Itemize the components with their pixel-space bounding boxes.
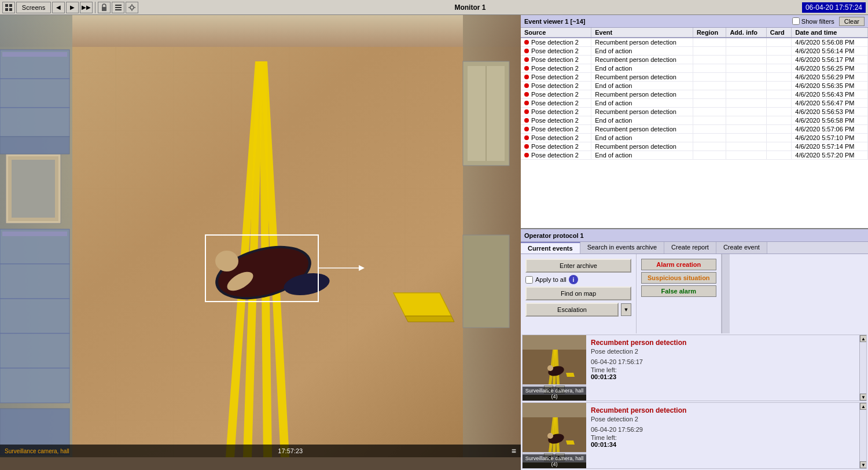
last-button[interactable]: ▶▶ <box>80 2 93 13</box>
next-button[interactable]: ▶ <box>66 2 79 13</box>
cell-event: End of action <box>591 64 693 73</box>
table-row[interactable]: Pose detection 2 End of action 4/6/2020 … <box>521 47 868 56</box>
col-datetime: Date and time <box>792 28 868 38</box>
cell-event: End of action <box>591 151 693 160</box>
table-row[interactable]: Pose detection 2 End of action 4/6/2020 … <box>521 99 868 108</box>
cell-region <box>693 99 726 108</box>
show-filters-label[interactable]: Show filters <box>792 17 834 25</box>
table-row[interactable]: Pose detection 2 End of action 4/6/2020 … <box>521 116 868 125</box>
cell-add-info <box>726 47 766 56</box>
cell-source: Pose detection 2 <box>521 108 591 116</box>
cell-region <box>693 73 726 82</box>
menu-icon[interactable]: ≡ <box>512 446 516 456</box>
svg-rect-27 <box>0 108 69 137</box>
table-row[interactable]: Pose detection 2 End of action 4/6/2020 … <box>521 151 868 160</box>
home-button[interactable] <box>2 2 15 13</box>
info-icon[interactable]: i <box>569 275 578 284</box>
col-event: Event <box>591 28 693 38</box>
scroll-down-button[interactable]: ▼ <box>860 461 867 468</box>
alarm-card: Surveillance camera, hall (4) ◀ ▶ Recumb… <box>522 335 867 401</box>
table-row[interactable]: Pose detection 2 Recumbent person detect… <box>521 38 868 47</box>
screens-button[interactable]: Screens <box>16 2 51 13</box>
prev-button[interactable]: ◀ <box>52 2 65 13</box>
cell-datetime: 4/6/2020 5:56:29 PM <box>792 73 868 82</box>
cell-source: Pose detection 2 <box>521 151 591 160</box>
alarm-card-timeleft: Time left: <box>591 434 855 441</box>
scroll-down-button[interactable]: ▼ <box>860 394 867 401</box>
tab-create-event[interactable]: Create event <box>716 242 767 254</box>
table-row[interactable]: Pose detection 2 Recumbent person detect… <box>521 125 868 134</box>
scroll-up-button[interactable]: ▲ <box>860 403 867 410</box>
cell-add-info <box>726 108 766 116</box>
alarm-cards-container: Surveillance camera, hall (4) ◀ ▶ Recumb… <box>521 333 868 470</box>
apply-to-all-row: Apply to all i <box>525 275 631 284</box>
cell-source: Pose detection 2 <box>521 82 591 90</box>
svg-marker-78 <box>566 440 575 445</box>
alarm-creation-button[interactable]: Alarm creation <box>641 259 716 270</box>
cell-event: End of action <box>591 99 693 108</box>
alarm-card-title: Recumbent person detection <box>591 339 855 347</box>
svg-rect-26 <box>0 79 69 108</box>
cell-datetime: 4/6/2020 5:56:53 PM <box>792 108 868 116</box>
find-on-map-button[interactable]: Find on map <box>525 287 631 300</box>
svg-rect-18 <box>12 160 55 218</box>
table-row[interactable]: Pose detection 2 Recumbent person detect… <box>521 108 868 116</box>
lock-button[interactable] <box>98 2 111 13</box>
video-panel: Surveillance camera, hall 17:57:23 ≡ <box>0 15 521 470</box>
svg-point-57 <box>215 251 238 271</box>
escalation-button[interactable]: Escalation <box>525 303 619 317</box>
camera-view: Surveillance camera, hall 17:57:23 ≡ <box>0 15 521 457</box>
cell-card <box>766 108 792 116</box>
suspicious-situation-button[interactable]: Suspicious situation <box>641 272 716 284</box>
alarm-card-time: 06-04-20 17:56:29 <box>591 426 855 433</box>
alarm-card-scrollbar[interactable]: ▲ ▼ <box>859 403 866 468</box>
cell-event: Recumbent person detection <box>591 108 693 116</box>
svg-rect-25 <box>2 52 67 57</box>
toolbar: Screens ◀ ▶ ▶▶ Monitor 1 06-04-20 17:57:… <box>0 0 868 15</box>
alarm-card-scrollbar[interactable]: ▲ ▼ <box>859 335 866 401</box>
cell-add-info <box>726 142 766 151</box>
show-filters-checkbox[interactable] <box>792 17 800 25</box>
tab-current-events[interactable]: Current events <box>521 242 580 254</box>
alarm-card-info: Recumbent person detection Pose detectio… <box>586 335 859 401</box>
alarm-card-thumbnail: Surveillance camera, hall (4) ◀ ▶ <box>523 335 586 401</box>
cell-region <box>693 142 726 151</box>
tab-search-archive[interactable]: Search in events archive <box>580 242 664 254</box>
svg-point-10 <box>131 10 133 11</box>
scroll-up-button[interactable]: ▲ <box>860 335 867 342</box>
table-header-row: Source Event Region Add. info Card Date … <box>521 28 868 38</box>
svg-marker-54 <box>405 316 454 322</box>
table-row[interactable]: Pose detection 2 Recumbent person detect… <box>521 90 868 99</box>
table-row[interactable]: Pose detection 2 Recumbent person detect… <box>521 73 868 82</box>
enter-archive-button[interactable]: Enter archive <box>525 259 631 273</box>
cell-card <box>766 99 792 108</box>
cell-event: Recumbent person detection <box>591 38 693 47</box>
tab-create-report[interactable]: Create report <box>664 242 716 254</box>
alarm-card-source: Pose detection 2 <box>591 348 855 355</box>
protocol-scrollbar[interactable] <box>722 254 730 333</box>
apply-to-all-checkbox[interactable] <box>525 276 533 284</box>
clear-button[interactable]: Clear <box>839 17 865 26</box>
cell-source: Pose detection 2 <box>521 99 591 108</box>
svg-rect-72 <box>523 403 586 417</box>
table-row[interactable]: Pose detection 2 Recumbent person detect… <box>521 56 868 64</box>
cell-event: End of action <box>591 82 693 90</box>
scroll-track <box>860 410 866 461</box>
current-time: 06-04-20 17:57:24 <box>802 2 866 13</box>
false-alarm-button[interactable]: False alarm <box>641 285 716 297</box>
escalation-dropdown[interactable]: ▼ <box>621 303 631 316</box>
cell-card <box>766 73 792 82</box>
cell-event: Recumbent person detection <box>591 90 693 99</box>
table-row[interactable]: Pose detection 2 End of action 4/6/2020 … <box>521 134 868 142</box>
cell-add-info <box>726 116 766 125</box>
separator1 <box>95 2 95 13</box>
svg-point-8 <box>130 6 134 9</box>
svg-point-9 <box>131 4 133 5</box>
event-table-body: Pose detection 2 Recumbent person detect… <box>521 38 868 160</box>
list-button[interactable] <box>112 2 124 13</box>
alarm-card-timeleft-value: 00:01:34 <box>591 441 855 448</box>
table-row[interactable]: Pose detection 2 End of action 4/6/2020 … <box>521 82 868 90</box>
table-row[interactable]: Pose detection 2 End of action 4/6/2020 … <box>521 64 868 73</box>
table-row[interactable]: Pose detection 2 Recumbent person detect… <box>521 142 868 151</box>
settings-button[interactable] <box>126 2 138 13</box>
